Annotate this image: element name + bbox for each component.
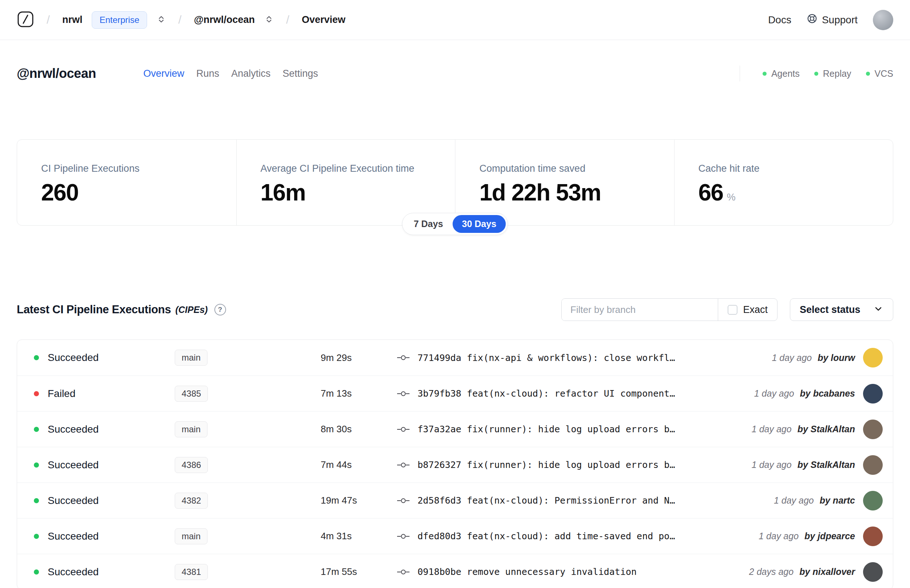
integration-label: VCS — [875, 68, 893, 79]
time-ago: 1 day ago — [752, 460, 792, 470]
stat-value-number: 66 — [698, 179, 723, 205]
user-avatar[interactable] — [873, 10, 893, 30]
range-option-30-days[interactable]: 30 Days — [453, 215, 506, 233]
commit-text: 2d58f6d3 feat(nx-cloud): PermissionError… — [417, 495, 675, 506]
table-row[interactable]: Succeeded 4381 17m 55s 0918b0be remove u… — [17, 554, 893, 588]
branch-cell: main — [175, 422, 321, 437]
chevron-up-down-icon — [264, 15, 274, 26]
org-switcher-button[interactable] — [157, 15, 166, 26]
commit-message: fix(runner): hide log upload errors b… — [467, 460, 675, 470]
branch-filter-input[interactable] — [562, 299, 718, 321]
status-cell: Succeeded — [17, 352, 175, 363]
author-avatar — [863, 527, 883, 546]
author-avatar — [863, 420, 883, 439]
branch-cell: 4385 — [175, 386, 321, 402]
integration-agents[interactable]: Agents — [763, 68, 800, 79]
status-dot — [866, 72, 870, 76]
duration-cell: 7m 44s — [321, 459, 393, 470]
time-ago: 1 day ago — [772, 352, 812, 363]
tab-runs[interactable]: Runs — [196, 68, 219, 79]
support-link[interactable]: Support — [807, 13, 858, 27]
status-select[interactable]: Select status — [790, 298, 893, 321]
branch-cell: main — [175, 528, 321, 544]
meta-cell: 1 day ago by nartc — [774, 491, 893, 510]
commit-cell: 0918b0be remove unnecessary invalidation — [393, 567, 749, 577]
breadcrumb-page: Overview — [302, 14, 346, 26]
docs-label: Docs — [768, 14, 791, 26]
git-commit-icon — [397, 568, 409, 577]
help-icon[interactable]: ? — [214, 304, 226, 315]
branch-badge: main — [175, 350, 207, 366]
duration-cell: 19m 47s — [321, 495, 393, 506]
cipes-controls: Exact Select status — [561, 298, 893, 321]
commit-text: 3b79fb38 feat(nx-cloud): refactor UI com… — [417, 388, 675, 399]
stat-value-unit: % — [727, 192, 735, 203]
meta-cell: 1 day ago by StalkAltan — [752, 420, 893, 439]
commit-cell: 3b79fb38 feat(nx-cloud): refactor UI com… — [393, 388, 754, 399]
docs-link[interactable]: Docs — [768, 14, 791, 26]
stat-card-ci-pipeline-executions: CI Pipeline Executions 260 — [17, 140, 236, 225]
breadcrumb-separator: / — [175, 13, 184, 27]
app-logo[interactable] — [17, 11, 34, 29]
cipes-subtitle: (CIPEs) — [175, 305, 208, 315]
git-commit-icon — [397, 353, 409, 362]
table-row[interactable]: Succeeded 4382 19m 47s 2d58f6d3 feat(nx-… — [17, 483, 893, 518]
lifebuoy-icon — [807, 13, 818, 27]
tab-overview[interactable]: Overview — [144, 68, 184, 79]
status-dot — [34, 569, 39, 575]
branch-badge: 4381 — [175, 564, 208, 580]
tab-settings[interactable]: Settings — [283, 68, 318, 79]
commit-cell: 771499da fix(nx-api & workflows): close … — [393, 352, 772, 363]
meta-cell: 2 days ago by nixallover — [749, 562, 893, 582]
status-label: Succeeded — [48, 459, 99, 471]
duration-cell: 8m 30s — [321, 423, 393, 435]
workspace-switcher-button[interactable] — [264, 15, 274, 26]
status-dot — [34, 427, 39, 432]
chevron-down-icon — [873, 304, 883, 315]
stat-label: Cache hit rate — [698, 163, 883, 174]
author-avatar — [863, 384, 883, 404]
commit-message: remove unnecessary invalidation — [467, 567, 637, 577]
branch-filter-group: Exact — [561, 298, 777, 321]
commit-hash: b8726327 — [417, 460, 461, 470]
table-row[interactable]: Succeeded main 4m 31s dfed80d3 feat(nx-c… — [17, 518, 893, 554]
stat-label: Average CI Pipeline Execution time — [260, 163, 444, 174]
vertical-divider — [740, 66, 740, 81]
topbar: / nrwl Enterprise / @nrwl/ocean / Overvi… — [0, 0, 910, 40]
commit-text: b8726327 fix(runner): hide log upload er… — [417, 460, 675, 470]
exact-checkbox[interactable] — [727, 305, 737, 315]
status-label: Succeeded — [48, 495, 99, 507]
branch-cell: 4381 — [175, 564, 321, 580]
table-row[interactable]: Succeeded 4386 7m 44s b8726327 fix(runne… — [17, 447, 893, 483]
table-row[interactable]: Succeeded main 9m 29s 771499da fix(nx-ap… — [17, 340, 893, 375]
time-ago: 1 day ago — [754, 388, 794, 399]
status-dot — [814, 72, 818, 76]
integration-vcs[interactable]: VCS — [866, 68, 893, 79]
tab-analytics[interactable]: Analytics — [231, 68, 270, 79]
commit-hash: 0918b0be — [417, 567, 461, 577]
time-ago: 1 day ago — [774, 495, 814, 506]
integration-label: Agents — [771, 68, 800, 79]
branch-cell: main — [175, 350, 321, 366]
status-dot — [34, 498, 39, 503]
meta-cell: 1 day ago by lourw — [772, 348, 893, 367]
breadcrumb-workspace[interactable]: @nrwl/ocean — [194, 14, 255, 26]
branch-badge: 4386 — [175, 457, 208, 473]
author-avatar — [863, 348, 883, 367]
branch-badge: 4382 — [175, 493, 208, 509]
breadcrumb: / nrwl Enterprise / @nrwl/ocean / Overvi… — [17, 11, 346, 29]
range-option-7-days[interactable]: 7 Days — [404, 215, 453, 233]
status-dot — [34, 355, 39, 360]
workspace-header: @nrwl/ocean Overview Runs Analytics Sett… — [0, 63, 910, 84]
status-label: Succeeded — [48, 566, 99, 578]
enterprise-badge: Enterprise — [92, 11, 147, 29]
commit-text: f37a32ae fix(runner): hide log upload er… — [417, 424, 675, 435]
stats-cards: CI Pipeline Executions 260 Average CI Pi… — [17, 139, 893, 226]
stat-value: 1d 22h 53m — [479, 181, 663, 204]
breadcrumb-org[interactable]: nrwl — [62, 14, 82, 26]
table-row[interactable]: Succeeded main 8m 30s f37a32ae fix(runne… — [17, 411, 893, 447]
git-commit-icon — [397, 532, 409, 541]
integration-replay[interactable]: Replay — [814, 68, 852, 79]
table-row[interactable]: Failed 4385 7m 13s 3b79fb38 feat(nx-clou… — [17, 375, 893, 411]
commit-text: 0918b0be remove unnecessary invalidation — [417, 567, 637, 577]
